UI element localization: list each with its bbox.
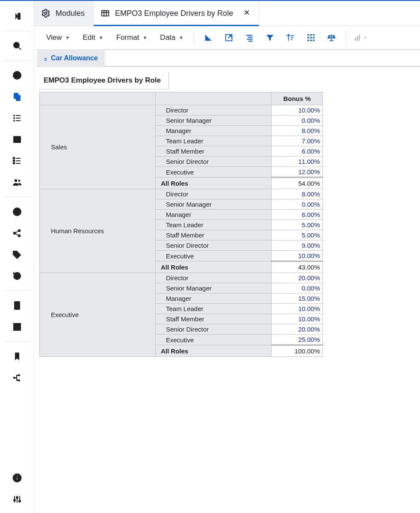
svg-point-51	[19, 500, 21, 502]
value-cell[interactable]: 7.00%	[272, 136, 323, 146]
tab-active-module[interactable]: EMPO3 Employee Drivers by Role	[94, 1, 259, 26]
close-icon[interactable]	[243, 9, 250, 18]
value-cell[interactable]: 5.00%	[272, 220, 323, 230]
dashboard-icon[interactable]	[7, 317, 27, 336]
svg-rect-39	[14, 329, 17, 330]
value-cell[interactable]: 10.00%	[272, 314, 323, 324]
total-cell[interactable]: 100.00%	[272, 345, 323, 357]
value-cell[interactable]: 25.00%	[272, 335, 323, 345]
clock-icon[interactable]	[7, 66, 27, 85]
role-cell[interactable]: Director	[156, 189, 272, 199]
role-cell[interactable]: Executive	[156, 335, 272, 345]
role-cell[interactable]: Senior Director	[156, 157, 272, 167]
value-cell[interactable]: 10.00%	[272, 251, 323, 261]
share-icon[interactable]	[7, 224, 27, 243]
role-cell[interactable]: Team Leader	[156, 220, 272, 230]
svg-rect-72	[313, 34, 315, 36]
triangle-tool-icon[interactable]	[199, 30, 217, 46]
value-cell[interactable]: 20.00%	[272, 324, 323, 335]
hierarchy-icon[interactable]	[7, 368, 27, 387]
value-cell[interactable]: 8.00%	[272, 189, 323, 199]
role-cell[interactable]: Staff Member	[156, 314, 272, 324]
history-icon[interactable]	[7, 267, 27, 285]
role-cell[interactable]: Senior Director	[156, 240, 272, 251]
svg-rect-38	[18, 327, 21, 330]
grid-icon[interactable]	[7, 130, 27, 149]
role-cell[interactable]: Manager	[156, 126, 272, 136]
pivot-icon[interactable]	[302, 30, 320, 46]
role-cell[interactable]: Senior Manager	[156, 283, 272, 294]
value-cell[interactable]: 12.00%	[272, 167, 323, 178]
role-cell[interactable]: Manager	[156, 210, 272, 220]
search-icon[interactable]	[7, 36, 27, 55]
all-roles-cell[interactable]: All Roles	[156, 178, 272, 189]
group-cell[interactable]: Executive	[40, 273, 156, 357]
svg-line-2	[18, 47, 21, 50]
svg-point-47	[14, 499, 15, 501]
role-cell[interactable]: Executive	[156, 251, 272, 261]
list-icon[interactable]	[7, 109, 27, 128]
value-cell[interactable]: 20.00%	[272, 273, 323, 283]
value-cell[interactable]: 10.00%	[272, 105, 323, 116]
menu-data[interactable]: Data▼	[155, 31, 189, 44]
value-cell[interactable]: 0.00%	[272, 116, 323, 126]
dimension-selector[interactable]: ⌄⌄ Car Allowance	[37, 50, 105, 66]
menu-format[interactable]: Format▼	[111, 31, 153, 44]
value-cell[interactable]: 11.00%	[272, 157, 323, 167]
value-cell[interactable]: 10.00%	[272, 304, 323, 314]
svg-point-10	[14, 120, 15, 121]
role-cell[interactable]: Team Leader	[156, 304, 272, 314]
menu-view[interactable]: View▼	[41, 31, 75, 44]
role-cell[interactable]: Senior Manager	[156, 116, 272, 126]
bookmark-icon[interactable]	[7, 347, 27, 366]
total-cell[interactable]: 43.00%	[272, 261, 323, 273]
numbered-list-icon[interactable]	[7, 151, 27, 170]
value-cell[interactable]: 15.00%	[272, 294, 323, 304]
play-icon[interactable]	[7, 202, 27, 221]
value-cell[interactable]: 9.00%	[272, 240, 323, 251]
sliders-icon[interactable]	[7, 490, 27, 509]
document-icon[interactable]	[7, 296, 27, 315]
svg-point-52	[44, 12, 47, 15]
chart-icon[interactable]: ▼	[351, 30, 369, 46]
value-cell[interactable]: 0.00%	[272, 283, 323, 294]
svg-rect-19	[13, 157, 15, 159]
sort-icon[interactable]	[281, 30, 299, 46]
role-cell[interactable]: Executive	[156, 167, 272, 178]
total-cell[interactable]: 54.00%	[272, 178, 323, 189]
role-cell[interactable]: Staff Member	[156, 146, 272, 157]
value-cell[interactable]: 6.00%	[272, 146, 323, 157]
value-cell[interactable]: 6.00%	[272, 210, 323, 220]
tab-bar: Modules EMPO3 Employee Drivers by Role	[34, 1, 420, 26]
expand-panel-icon[interactable]	[7, 7, 27, 26]
value-cell[interactable]: 8.00%	[272, 126, 323, 136]
group-cell[interactable]: Sales	[40, 105, 156, 189]
dimension-input[interactable]	[105, 50, 420, 66]
svg-point-8	[14, 118, 15, 119]
info-icon[interactable]	[7, 469, 27, 487]
value-cell[interactable]: 0.00%	[272, 199, 323, 210]
menu-edit[interactable]: Edit▼	[77, 31, 108, 44]
svg-rect-53	[102, 11, 109, 16]
grid-column-header[interactable]: Bonus %	[272, 92, 323, 105]
role-cell[interactable]: Senior Manager	[156, 199, 272, 210]
tag-icon[interactable]	[7, 245, 27, 264]
role-cell[interactable]: Senior Director	[156, 324, 272, 335]
all-roles-cell[interactable]: All Roles	[156, 261, 272, 273]
users-icon[interactable]	[7, 173, 27, 192]
role-cell[interactable]: Manager	[156, 294, 272, 304]
role-cell[interactable]: Director	[156, 273, 272, 283]
popout-icon[interactable]	[220, 30, 238, 46]
value-cell[interactable]: 5.00%	[272, 230, 323, 240]
all-roles-cell[interactable]: All Roles	[156, 345, 272, 357]
align-icon[interactable]	[240, 30, 258, 46]
tab-active-label: EMPO3 Employee Drivers by Role	[115, 9, 233, 18]
balance-icon[interactable]	[322, 30, 340, 46]
role-cell[interactable]: Team Leader	[156, 136, 272, 146]
copy-icon[interactable]	[7, 87, 27, 106]
role-cell[interactable]: Director	[156, 105, 272, 116]
filter-icon[interactable]	[261, 30, 279, 46]
group-cell[interactable]: Human Resources	[40, 189, 156, 273]
tab-modules[interactable]: Modules	[34, 1, 94, 26]
role-cell[interactable]: Staff Member	[156, 230, 272, 240]
